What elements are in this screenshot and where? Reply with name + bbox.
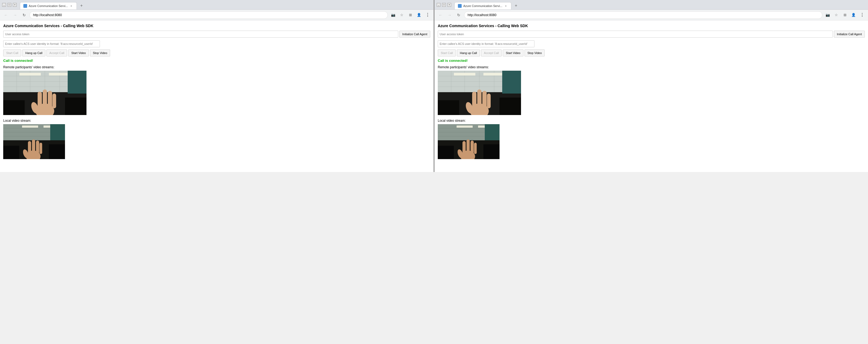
forward-button-right[interactable]: → bbox=[446, 11, 453, 19]
callee-row-right bbox=[438, 40, 865, 50]
svg-rect-15 bbox=[68, 71, 87, 93]
maximize-button-left[interactable]: □ bbox=[7, 3, 11, 7]
address-bar-left: ← → ↻ 📷 ☆ ⊞ 👤 ⋮ bbox=[0, 10, 433, 21]
local-video-container-left bbox=[3, 124, 65, 159]
remote-video-label-right: Remote participants' video streams: bbox=[438, 65, 865, 69]
callee-input-left[interactable] bbox=[3, 40, 100, 47]
extension-icon-left[interactable]: ⊞ bbox=[407, 11, 414, 19]
close-button-right[interactable]: × bbox=[447, 3, 451, 7]
camera-icon-right[interactable]: 📷 bbox=[824, 11, 832, 19]
svg-rect-36 bbox=[28, 141, 31, 154]
menu-icon-right[interactable]: ⋮ bbox=[858, 11, 866, 19]
url-input-right[interactable] bbox=[464, 11, 823, 19]
call-buttons-left: Start Call Hang up Call Accept Call Star… bbox=[3, 50, 430, 56]
start-video-button-right[interactable]: Start Video bbox=[503, 50, 523, 56]
call-status-left: Call is connected! bbox=[3, 59, 430, 63]
svg-rect-61 bbox=[482, 91, 487, 108]
svg-rect-54 bbox=[438, 100, 459, 115]
svg-rect-74 bbox=[484, 144, 499, 159]
page-content-left: Azure Communication Services - Calling W… bbox=[0, 21, 433, 172]
profile-icon-right[interactable]: 👤 bbox=[850, 11, 857, 19]
hang-up-button-right[interactable]: Hang up Call bbox=[457, 50, 480, 56]
bookmark-icon-right[interactable]: ☆ bbox=[833, 11, 840, 19]
maximize-button-right[interactable]: □ bbox=[442, 3, 446, 7]
svg-rect-30 bbox=[50, 124, 65, 141]
accept-call-button-right[interactable]: Accept Call bbox=[481, 50, 502, 56]
token-input-right[interactable] bbox=[438, 31, 833, 38]
svg-rect-38 bbox=[36, 141, 39, 154]
page-content-right: Azure Communication Services - Calling W… bbox=[435, 21, 868, 172]
new-tab-button-left[interactable]: + bbox=[78, 2, 85, 9]
menu-icon-left[interactable]: ⋮ bbox=[424, 11, 431, 19]
local-video-label-right: Local video stream: bbox=[438, 119, 865, 122]
svg-rect-19 bbox=[43, 89, 47, 108]
profile-icon-left[interactable]: 👤 bbox=[415, 11, 423, 19]
refresh-button-left[interactable]: ↻ bbox=[21, 11, 28, 19]
svg-rect-80 bbox=[474, 143, 477, 154]
token-row-left: Initialize Call Agent bbox=[3, 31, 430, 38]
close-button-left[interactable]: × bbox=[13, 3, 17, 7]
svg-rect-62 bbox=[487, 93, 491, 108]
title-bar-right: _ □ × Azure Communication Servi... × + bbox=[435, 0, 868, 10]
url-input-left[interactable] bbox=[30, 11, 388, 19]
start-call-button-right[interactable]: Start Call bbox=[438, 50, 456, 56]
new-tab-button-right[interactable]: + bbox=[513, 2, 520, 9]
svg-rect-59 bbox=[472, 92, 476, 108]
stop-video-button-left[interactable]: Stop Video bbox=[90, 50, 111, 56]
minimize-button-right[interactable]: _ bbox=[437, 3, 440, 7]
svg-rect-32 bbox=[3, 146, 19, 159]
callee-row-left bbox=[3, 40, 430, 50]
address-bar-right: ← → ↻ 📷 ☆ ⊞ 👤 ⋮ bbox=[435, 10, 868, 21]
tab-favicon-left bbox=[23, 4, 27, 8]
init-agent-button-left[interactable]: Initialize Call Agent bbox=[399, 31, 430, 38]
remote-video-label-left: Remote participants' video streams: bbox=[3, 65, 430, 69]
browser-window-left: _ □ × Azure Communication Servi... × + ←… bbox=[0, 0, 434, 172]
tab-right[interactable]: Azure Communication Servi... × bbox=[455, 2, 512, 9]
forward-button-left[interactable]: → bbox=[11, 11, 19, 19]
start-call-button-left[interactable]: Start Call bbox=[3, 50, 21, 56]
svg-rect-11 bbox=[49, 73, 70, 76]
page-title-right: Azure Communication Services - Calling W… bbox=[438, 24, 865, 28]
back-button-right[interactable]: ← bbox=[437, 11, 444, 19]
stop-video-button-right[interactable]: Stop Video bbox=[525, 50, 545, 56]
page-title-left: Azure Communication Services - Calling W… bbox=[3, 24, 430, 28]
minimize-button-left[interactable]: _ bbox=[2, 3, 6, 7]
svg-rect-51 bbox=[454, 73, 475, 76]
remote-video-container-left bbox=[3, 71, 87, 115]
svg-rect-55 bbox=[499, 97, 521, 115]
extension-icon-right[interactable]: ⊞ bbox=[841, 11, 849, 19]
hang-up-button-left[interactable]: Hang up Call bbox=[22, 50, 45, 56]
token-input-left[interactable] bbox=[3, 31, 398, 38]
tab-close-right[interactable]: × bbox=[504, 4, 508, 8]
svg-rect-14 bbox=[65, 97, 87, 115]
init-agent-button-right[interactable]: Initialize Call Agent bbox=[834, 31, 865, 38]
call-status-right: Call is connected! bbox=[438, 59, 865, 63]
browser-window-right: _ □ × Azure Communication Servi... × + ←… bbox=[434, 0, 868, 172]
svg-rect-69 bbox=[457, 125, 473, 128]
accept-call-button-left[interactable]: Accept Call bbox=[46, 50, 67, 56]
refresh-button-right[interactable]: ↻ bbox=[455, 11, 462, 19]
call-buttons-right: Start Call Hang up Call Accept Call Star… bbox=[438, 50, 865, 56]
tab-close-left[interactable]: × bbox=[69, 4, 73, 8]
tab-bar-left: Azure Communication Servi... × + bbox=[20, 0, 431, 9]
svg-rect-20 bbox=[48, 91, 52, 108]
remote-video-stream-left bbox=[3, 71, 87, 115]
local-video-container-right bbox=[438, 124, 499, 159]
window-controls-left: _ □ × bbox=[2, 3, 17, 7]
bookmark-icon-left[interactable]: ☆ bbox=[398, 11, 406, 19]
svg-rect-39 bbox=[39, 143, 42, 154]
tab-title-right: Azure Communication Servi... bbox=[463, 4, 502, 7]
toolbar-icons-right: 📷 ☆ ⊞ 👤 ⋮ bbox=[824, 11, 866, 19]
svg-rect-78 bbox=[466, 140, 470, 153]
svg-rect-21 bbox=[52, 93, 56, 108]
callee-input-right[interactable] bbox=[438, 40, 534, 47]
remote-video-container-right bbox=[438, 71, 521, 115]
start-video-button-left[interactable]: Start Video bbox=[68, 50, 89, 56]
local-video-label-left: Local video stream: bbox=[3, 119, 430, 122]
svg-rect-18 bbox=[38, 92, 42, 108]
local-video-stream-right bbox=[438, 124, 499, 159]
title-bar-left: _ □ × Azure Communication Servi... × + bbox=[0, 0, 433, 10]
camera-icon-left[interactable]: 📷 bbox=[390, 11, 397, 19]
tab-left[interactable]: Azure Communication Servi... × bbox=[20, 2, 77, 9]
back-button-left[interactable]: ← bbox=[2, 11, 10, 19]
